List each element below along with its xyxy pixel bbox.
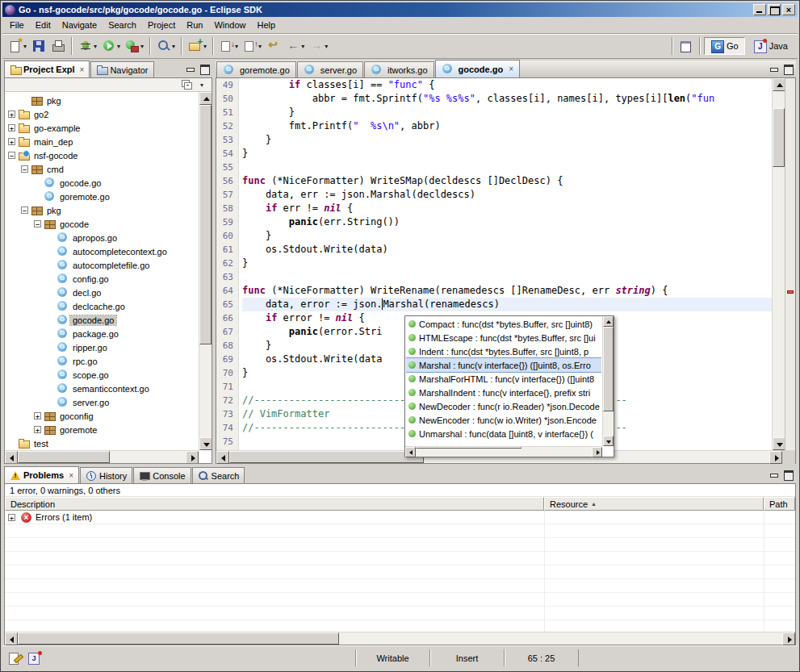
fast-view-editor-icon[interactable] bbox=[7, 651, 23, 666]
autocomplete-item[interactable]: MarshalForHTML : func(v interface{}) ([]… bbox=[406, 372, 601, 386]
perspective-java-button[interactable]: Java bbox=[747, 37, 794, 55]
menu-edit[interactable]: Edit bbox=[30, 18, 57, 32]
last-edit-location-button[interactable] bbox=[265, 37, 283, 55]
dropdown-arrow-icon[interactable]: ▾ bbox=[258, 43, 262, 50]
minimize-view-icon[interactable] bbox=[768, 469, 780, 480]
close-icon[interactable]: × bbox=[782, 4, 795, 15]
menu-run[interactable]: Run bbox=[181, 18, 208, 32]
scroll-left-icon[interactable] bbox=[5, 632, 18, 645]
tree-item-gocode-go[interactable]: gocode.go bbox=[5, 176, 199, 190]
perspective-go-button[interactable]: Go bbox=[704, 37, 745, 55]
scrollbar-thumb[interactable] bbox=[773, 108, 785, 167]
expander-collapsed-icon[interactable]: + bbox=[34, 426, 41, 433]
autocomplete-item[interactable]: NewEncoder : func(w io.Writer) *json.Enc… bbox=[406, 413, 601, 427]
scroll-left-icon[interactable] bbox=[405, 447, 416, 457]
tree-item-ripper-go[interactable]: ripper.go bbox=[5, 340, 199, 354]
tree-item-main-dep[interactable]: +main_dep bbox=[5, 135, 199, 148]
tree-item-pkg[interactable]: −pkg bbox=[5, 203, 199, 217]
column-header-path[interactable]: Path bbox=[764, 497, 795, 511]
explorer-vertical-scrollbar[interactable] bbox=[199, 92, 212, 450]
run-external-tools-button[interactable]: ▾ bbox=[124, 37, 145, 55]
maximize-editor-icon[interactable] bbox=[782, 63, 794, 74]
scrollbar-thumb[interactable] bbox=[18, 451, 110, 463]
tree-item-semanticcontext-go[interactable]: semanticcontext.go bbox=[5, 382, 199, 395]
scroll-up-icon[interactable] bbox=[603, 316, 614, 327]
scrollbar-thumb[interactable] bbox=[603, 327, 614, 411]
previous-annotation-button[interactable]: ▾ bbox=[241, 37, 263, 55]
expander-expanded-icon[interactable]: − bbox=[21, 207, 28, 214]
autocomplete-vertical-scrollbar[interactable] bbox=[602, 316, 614, 446]
tree-item-rpc-go[interactable]: rpc.go bbox=[5, 354, 199, 368]
menu-project[interactable]: Project bbox=[142, 18, 181, 32]
editor-tab-gocode-go[interactable]: gocode.go× bbox=[435, 60, 520, 77]
scroll-down-icon[interactable] bbox=[199, 437, 212, 450]
dropdown-arrow-icon[interactable]: ▾ bbox=[235, 43, 238, 50]
expander-collapsed-icon[interactable]: + bbox=[8, 514, 15, 521]
tree-item-go2[interactable]: +go2 bbox=[5, 107, 199, 121]
tree-item-goremote[interactable]: +goremote bbox=[5, 423, 199, 436]
editor-vertical-scrollbar[interactable] bbox=[772, 78, 785, 450]
scroll-right-icon[interactable] bbox=[769, 451, 782, 464]
debug-button[interactable]: ▾ bbox=[77, 37, 98, 55]
menu-help[interactable]: Help bbox=[252, 18, 282, 32]
expander-expanded-icon[interactable]: − bbox=[21, 165, 28, 173]
expander-expanded-icon[interactable]: − bbox=[8, 152, 15, 159]
scroll-down-icon[interactable] bbox=[603, 436, 614, 446]
autocomplete-item[interactable]: HTMLEscape : func(dst *bytes.Buffer, src… bbox=[406, 331, 601, 344]
menu-file[interactable]: File bbox=[4, 18, 30, 32]
new-java-project-button[interactable]: ▾ bbox=[186, 37, 208, 55]
new-wizard-button[interactable]: ▾ bbox=[6, 37, 28, 55]
autocomplete-item[interactable]: Indent : func(dst *bytes.Buffer, src []u… bbox=[406, 344, 601, 358]
dropdown-arrow-icon[interactable]: ▾ bbox=[23, 43, 27, 50]
overview-ruler[interactable] bbox=[785, 78, 795, 450]
menu-search[interactable]: Search bbox=[103, 18, 142, 32]
tree-item-autocompletecontext-go[interactable]: autocompletecontext.go bbox=[5, 244, 199, 258]
autocomplete-item[interactable]: Unmarshal : func(data []uint8, v interfa… bbox=[406, 427, 601, 440]
column-header-description[interactable]: Description bbox=[5, 497, 544, 511]
expander-collapsed-icon[interactable]: + bbox=[8, 111, 15, 118]
tree-item-nsf-gocode[interactable]: −nsf-gocode bbox=[5, 148, 199, 162]
tree-item-decl-go[interactable]: decl.go bbox=[5, 286, 199, 299]
scroll-right-icon[interactable] bbox=[186, 451, 199, 464]
explorer-horizontal-scrollbar[interactable] bbox=[5, 450, 199, 463]
minimize-icon[interactable] bbox=[753, 4, 766, 15]
minimize-editor-icon[interactable] bbox=[768, 63, 780, 74]
tree-item-scope-go[interactable]: scope.go bbox=[5, 368, 199, 382]
expander-collapsed-icon[interactable]: + bbox=[8, 124, 15, 131]
search-button[interactable]: ▾ bbox=[155, 37, 177, 55]
dropdown-arrow-icon[interactable]: ▾ bbox=[117, 43, 120, 50]
tree-item-autocompletefile-go[interactable]: autocompletefile.go bbox=[5, 258, 199, 272]
tree-item-declcache-go[interactable]: declcache.go bbox=[5, 299, 199, 313]
autocomplete-horizontal-scrollbar[interactable] bbox=[405, 446, 602, 457]
problems-tab-history[interactable]: History bbox=[80, 467, 132, 483]
scroll-up-icon[interactable] bbox=[773, 78, 785, 91]
expander-expanded-icon[interactable]: − bbox=[34, 220, 41, 227]
print-button[interactable] bbox=[49, 37, 67, 55]
problems-tab-problems[interactable]: Problems× bbox=[4, 466, 79, 483]
view-menu-button[interactable]: ▾ bbox=[195, 79, 208, 91]
problems-tab-console[interactable]: Console bbox=[133, 467, 191, 483]
open-perspective-button[interactable] bbox=[677, 37, 695, 55]
close-tab-icon[interactable]: × bbox=[80, 65, 85, 74]
scroll-right-icon[interactable] bbox=[782, 632, 795, 645]
tree-item-goremote-go[interactable]: goremote.go bbox=[5, 190, 199, 203]
expander-collapsed-icon[interactable]: + bbox=[8, 138, 15, 145]
problems-row[interactable]: +Errors (1 item) bbox=[5, 511, 795, 524]
autocomplete-item[interactable]: NewDecoder : func(r io.Reader) *json.Dec… bbox=[406, 399, 601, 413]
minimize-view-icon[interactable] bbox=[184, 63, 196, 74]
problems-tab-search[interactable]: Search bbox=[192, 467, 245, 483]
maximize-view-icon[interactable] bbox=[199, 63, 211, 74]
close-tab-icon[interactable]: × bbox=[69, 471, 73, 480]
fast-view-java-icon[interactable] bbox=[26, 651, 42, 666]
tree-item-gocode[interactable]: −gocode bbox=[5, 217, 199, 231]
tree-item-gocode-go[interactable]: gocode.go bbox=[5, 313, 199, 327]
column-header-resource[interactable]: Resource▲ bbox=[544, 497, 764, 511]
next-annotation-button[interactable]: ▾ bbox=[218, 37, 240, 55]
dropdown-arrow-icon[interactable]: ▾ bbox=[172, 43, 175, 50]
back-button[interactable]: ▾ bbox=[284, 37, 306, 55]
scrollbar-thumb[interactable] bbox=[199, 105, 212, 344]
title-bar[interactable]: Go - nsf-gocode/src/pkg/gocode/gocode.go… bbox=[2, 2, 798, 17]
scroll-left-icon[interactable] bbox=[5, 451, 18, 464]
tree-item-test[interactable]: test bbox=[5, 436, 199, 450]
scroll-up-icon[interactable] bbox=[199, 92, 212, 105]
